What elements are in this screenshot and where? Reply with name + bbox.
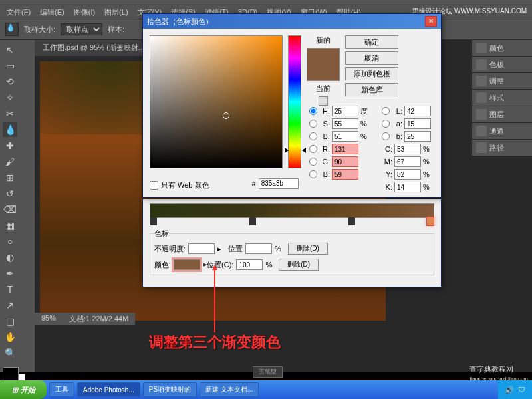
menu-image[interactable]: 图像(I) xyxy=(70,6,99,19)
hue-slider[interactable] xyxy=(288,35,301,168)
b2-input[interactable] xyxy=(404,131,431,142)
gradient-color-swatch[interactable] xyxy=(174,259,200,270)
blur-tool-icon[interactable]: ○ xyxy=(3,234,17,249)
type-tool-icon[interactable]: T xyxy=(3,282,17,297)
gradient-bar[interactable] xyxy=(150,203,434,218)
menu-file[interactable]: 文件(F) xyxy=(3,6,35,19)
g-radio[interactable] xyxy=(309,158,317,166)
r-input[interactable] xyxy=(332,144,358,154)
warning-swatch-icon[interactable] xyxy=(319,96,328,106)
s-radio[interactable] xyxy=(309,120,317,128)
eraser-tool-icon[interactable]: ⌫ xyxy=(3,202,17,217)
hex-input[interactable] xyxy=(259,178,299,189)
position-input-2[interactable] xyxy=(236,259,263,270)
taskbar-button[interactable]: 新建 文本文档... xyxy=(200,382,259,397)
panel-swatches[interactable]: 色板 xyxy=(472,57,532,73)
document-tab[interactable]: 工作图.psd @ 95% (渐变映射... xyxy=(35,40,153,56)
hand-tool-icon[interactable]: ✋ xyxy=(3,330,17,344)
hex-prefix: # xyxy=(252,180,256,188)
eyedropper-tool-icon[interactable]: 💧 xyxy=(3,122,17,137)
k-input[interactable] xyxy=(394,182,421,192)
gradient-stop-selected[interactable] xyxy=(427,217,434,225)
k-label: K: xyxy=(382,183,392,191)
zoom-tool-icon[interactable]: 🔍 xyxy=(3,346,17,360)
l-radio[interactable] xyxy=(382,107,390,115)
close-icon[interactable]: ✕ xyxy=(425,16,437,27)
b-radio[interactable] xyxy=(309,132,317,140)
dodge-tool-icon[interactable]: ◐ xyxy=(3,250,17,265)
menu-layer[interactable]: 图层(L) xyxy=(100,6,132,19)
delete-opacity-button[interactable]: 删除(D) xyxy=(288,243,328,255)
zoom-level[interactable]: 95% xyxy=(41,314,56,323)
window-titlebar[interactable] xyxy=(0,0,532,5)
pen-tool-icon[interactable]: ✒ xyxy=(3,266,17,281)
a-input[interactable] xyxy=(404,118,431,129)
color-cursor-icon[interactable] xyxy=(223,112,229,119)
menu-edit[interactable]: 编辑(E) xyxy=(36,6,68,19)
crop-tool-icon[interactable]: ✂ xyxy=(3,106,17,121)
dialog-titlebar[interactable]: 拾色器（色标颜色） ✕ xyxy=(143,14,441,29)
marquee-tool-icon[interactable]: ▭ xyxy=(3,59,17,73)
add-swatch-button[interactable]: 添加到色板 xyxy=(345,67,398,80)
watermark-bottom-right: 查字典教程网jiaocheng.chazidian.com xyxy=(469,364,528,382)
cancel-button[interactable]: 取消 xyxy=(345,51,398,65)
bb-radio[interactable] xyxy=(309,170,317,178)
panel-color[interactable]: 颜色 xyxy=(472,40,532,57)
color-lib-button[interactable]: 颜色库 xyxy=(345,83,398,96)
tray-icon[interactable]: 🛡 xyxy=(518,386,525,394)
move-tool-icon[interactable]: ↖ xyxy=(3,43,17,57)
g-input[interactable] xyxy=(332,156,358,167)
b2-radio[interactable] xyxy=(382,132,390,140)
web-only-checkbox[interactable] xyxy=(150,181,158,190)
ime-indicator[interactable]: 五笔型 xyxy=(253,366,283,378)
s-label: S: xyxy=(319,120,330,128)
h-radio[interactable] xyxy=(309,107,317,115)
m-label: M: xyxy=(382,158,392,166)
current-color-swatch[interactable] xyxy=(307,65,339,80)
l-input[interactable] xyxy=(404,106,431,116)
gradient-tool-icon[interactable]: ▦ xyxy=(3,218,17,233)
b-label: B: xyxy=(319,132,330,140)
start-button[interactable]: ⊞开始 xyxy=(0,380,47,399)
system-tray[interactable]: 🔊 🛡 xyxy=(498,380,532,399)
taskbar-button[interactable]: 工具 xyxy=(49,382,74,397)
gradient-stop[interactable] xyxy=(249,217,256,225)
hue-marker-icon[interactable] xyxy=(285,148,306,153)
m-input[interactable] xyxy=(394,156,421,167)
c-input[interactable] xyxy=(394,144,421,154)
gradient-stop[interactable] xyxy=(150,217,157,225)
panel-styles[interactable]: 样式 xyxy=(472,90,532,106)
a-radio[interactable] xyxy=(382,120,390,128)
shape-tool-icon[interactable]: ▢ xyxy=(3,314,17,329)
sample-size-select[interactable]: 取样点 xyxy=(61,23,102,35)
color-field[interactable] xyxy=(150,35,283,168)
panel-paths[interactable]: 路径 xyxy=(472,140,532,156)
taskbar-button[interactable]: PS渐变映射的 xyxy=(143,382,197,397)
s-input[interactable] xyxy=(332,118,358,129)
delete-color-button[interactable]: 删除(D) xyxy=(279,259,319,271)
tray-icon[interactable]: 🔊 xyxy=(505,386,514,394)
b-input[interactable] xyxy=(332,131,358,142)
channels-panel-icon xyxy=(476,126,487,136)
path-tool-icon[interactable]: ↗ xyxy=(3,298,17,313)
bb-input[interactable] xyxy=(332,169,358,180)
lasso-tool-icon[interactable]: ⟲ xyxy=(3,74,17,89)
eyedropper-tool-icon[interactable]: 💧 xyxy=(5,23,19,36)
panel-layers[interactable]: 图层 xyxy=(472,106,532,123)
history-brush-icon[interactable]: ↺ xyxy=(3,186,17,201)
stamp-tool-icon[interactable]: ⊞ xyxy=(3,170,17,185)
wand-tool-icon[interactable]: ✧ xyxy=(3,90,17,105)
brush-tool-icon[interactable]: 🖌 xyxy=(3,154,17,169)
h-label: H: xyxy=(319,107,330,115)
gradient-stop[interactable] xyxy=(348,217,355,225)
taskbar-button[interactable]: Adobe Photosh... xyxy=(77,382,140,397)
ok-button[interactable]: 确定 xyxy=(345,35,398,49)
panel-adjustments[interactable]: 调整 xyxy=(472,73,532,90)
status-bar: 95% 文档:1.22M/2.44M xyxy=(35,313,135,325)
healing-tool-icon[interactable]: ✚ xyxy=(3,138,17,153)
r-radio[interactable] xyxy=(309,145,317,153)
h-input[interactable] xyxy=(332,106,358,116)
panel-channels[interactable]: 通道 xyxy=(472,123,532,140)
y-input[interactable] xyxy=(394,169,421,180)
doc-size: 文档:1.22M/2.44M xyxy=(69,314,128,323)
